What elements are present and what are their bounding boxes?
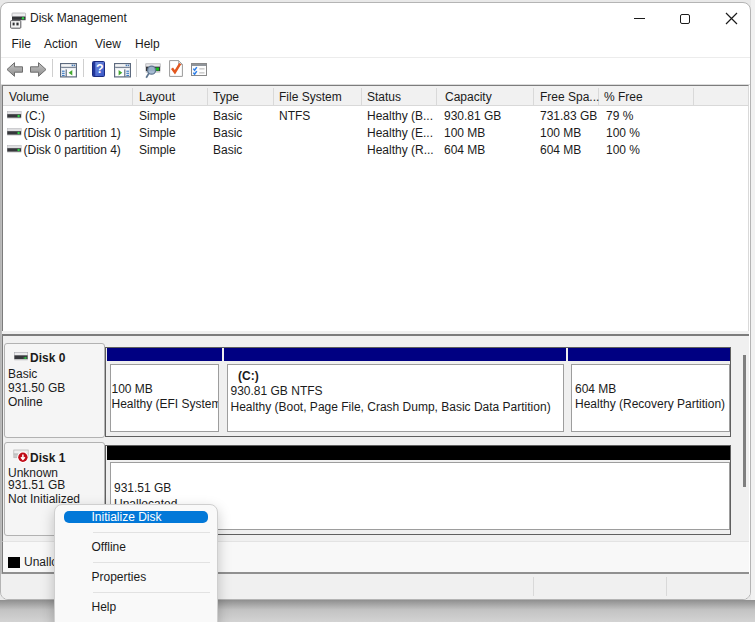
- svg-text:?: ?: [96, 62, 104, 76]
